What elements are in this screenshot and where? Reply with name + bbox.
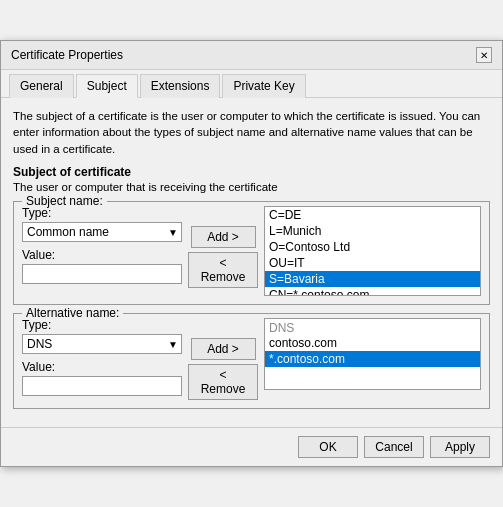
subject-name-row: Type: Common name Organization Organizat… (22, 206, 481, 296)
content-area: The subject of a certificate is the user… (1, 98, 502, 426)
value-label-alt: Value: (22, 360, 182, 374)
list-item[interactable]: CN=*.contoso.com (265, 287, 480, 296)
list-item[interactable]: C=DE (265, 207, 480, 223)
alt-type-label: Type: (22, 318, 182, 332)
certificate-properties-window: Certificate Properties ✕ General Subject… (0, 40, 503, 466)
value-label-subject: Value: (22, 248, 182, 262)
close-button[interactable]: ✕ (476, 47, 492, 63)
alt-type-select-wrap: DNS Email URL IP address User principal … (22, 334, 182, 354)
title-bar: Certificate Properties ✕ (1, 41, 502, 70)
alt-name-group: Alternative name: Type: DNS Email URL IP… (13, 313, 490, 409)
list-item[interactable]: contoso.com (265, 335, 480, 351)
subject-of-cert-desc: The user or computer that is receiving t… (13, 181, 490, 193)
list-item[interactable]: OU=IT (265, 255, 480, 271)
cancel-button[interactable]: Cancel (364, 436, 424, 458)
subject-middle-panel: Add > < Remove (188, 206, 258, 288)
subject-name-label: Subject name: (22, 194, 107, 208)
list-item[interactable]: *.contoso.com (265, 351, 480, 367)
footer: OK Cancel Apply (1, 427, 502, 466)
apply-button[interactable]: Apply (430, 436, 490, 458)
subject-type-select-wrap: Common name Organization Organizational … (22, 222, 182, 242)
alt-name-row: Type: DNS Email URL IP address User prin… (22, 318, 481, 400)
alt-add-button[interactable]: Add > (191, 338, 256, 360)
subject-add-button[interactable]: Add > (191, 226, 256, 248)
alt-remove-button[interactable]: < Remove (188, 364, 258, 400)
subject-of-cert-title: Subject of certificate (13, 165, 490, 179)
list-item[interactable]: S=Bavaria (265, 271, 480, 287)
alt-type-select[interactable]: DNS Email URL IP address User principal … (22, 334, 182, 354)
tab-general[interactable]: General (9, 74, 74, 98)
tab-subject[interactable]: Subject (76, 74, 138, 98)
alt-name-label: Alternative name: (22, 306, 123, 320)
alt-right-panel: DNS contoso.com *.contoso.com (264, 318, 481, 390)
alt-listbox-header: DNS (265, 319, 480, 335)
subject-type-select[interactable]: Common name Organization Organizational … (22, 222, 182, 242)
subject-value-input[interactable] (22, 264, 182, 284)
list-item[interactable]: L=Munich (265, 223, 480, 239)
description-text: The subject of a certificate is the user… (13, 108, 490, 156)
tab-private-key[interactable]: Private Key (222, 74, 305, 98)
tab-extensions[interactable]: Extensions (140, 74, 221, 98)
alt-listbox[interactable]: DNS contoso.com *.contoso.com (264, 318, 481, 390)
subject-right-panel: C=DE L=Munich O=Contoso Ltd OU=IT S=Bava… (264, 206, 481, 296)
subject-left-panel: Type: Common name Organization Organizat… (22, 206, 182, 284)
alt-middle-panel: Add > < Remove (188, 318, 258, 400)
window-title: Certificate Properties (11, 48, 123, 62)
subject-name-group: Subject name: Type: Common name Organiza… (13, 201, 490, 305)
tabs-bar: General Subject Extensions Private Key (1, 70, 502, 98)
alt-value-input[interactable] (22, 376, 182, 396)
subject-listbox[interactable]: C=DE L=Munich O=Contoso Ltd OU=IT S=Bava… (264, 206, 481, 296)
type-label: Type: (22, 206, 182, 220)
alt-left-panel: Type: DNS Email URL IP address User prin… (22, 318, 182, 396)
list-item[interactable]: O=Contoso Ltd (265, 239, 480, 255)
subject-remove-button[interactable]: < Remove (188, 252, 258, 288)
ok-button[interactable]: OK (298, 436, 358, 458)
